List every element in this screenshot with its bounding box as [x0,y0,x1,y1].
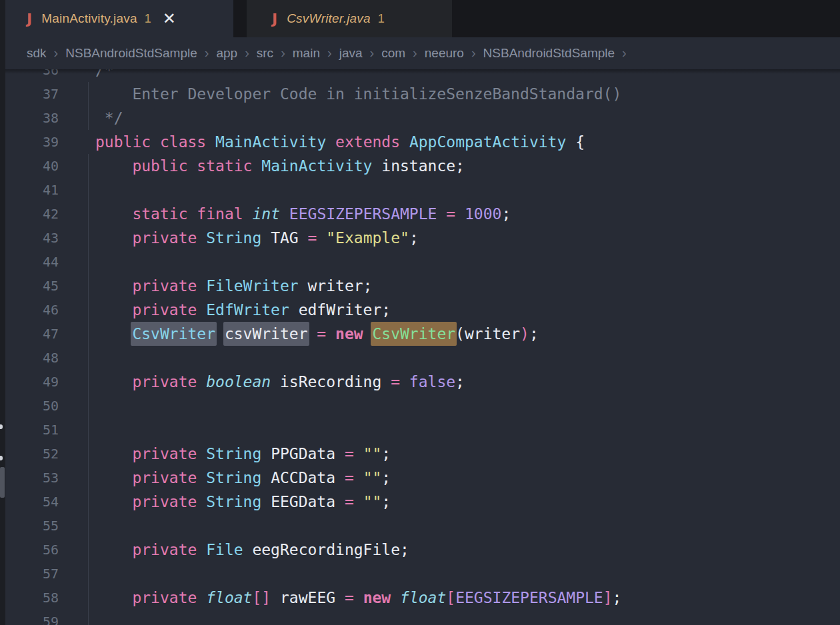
java-file-icon: J [272,11,277,27]
line-number: 58 [5,590,59,606]
code-token: public [95,133,151,151]
code-token [455,205,465,223]
editor-tab-bar: JMainActivity.java1✕JCsvWriter.java1 [5,0,840,37]
tab-csvwriter-java[interactable]: JCsvWriter.java1 [247,0,452,37]
line-number: 50 [5,398,59,414]
breadcrumb-item-java[interactable]: java [339,46,363,61]
code-token: = [345,445,354,462]
code-token: = [345,469,354,486]
code-token [197,445,206,462]
code-token: final [197,205,243,223]
code-token: String [206,493,261,510]
scrollbar-thumb[interactable] [0,467,5,498]
line-number: 42 [5,206,59,222]
code-text: CsvWriter csvWriter = new CsvWriter(writ… [95,325,539,342]
code-token [308,325,317,342]
code-line[interactable]: 53 private String ACCData = ""; [5,466,840,490]
code-token: private [132,469,197,486]
breadcrumb-item-src[interactable]: src [257,46,273,61]
line-number: 55 [5,518,59,534]
code-line[interactable]: 59 [5,610,840,625]
code-token: AppCompatActivity [409,133,566,151]
indent-guide [88,442,89,466]
breadcrumb-item-neeuro[interactable]: neeuro [425,46,464,61]
code-token: int [252,205,280,223]
code-text: private float[] rawEEG = new float[EEGSI… [95,589,621,606]
code-token: static [132,205,187,223]
code-line[interactable]: 47 CsvWriter csvWriter = new CsvWriter(w… [5,322,840,346]
code-token: = [308,229,317,247]
close-icon[interactable]: ✕ [161,10,178,27]
code-token: "Example" [326,229,409,247]
tab-label: MainActivity.java [41,11,137,26]
indent-guide [88,562,89,586]
breadcrumb-item-main[interactable]: main [293,46,320,61]
code-token: extends [335,133,400,151]
code-token [95,469,132,486]
code-line[interactable]: 54 private String EEGData = ""; [5,490,840,514]
code-token [95,157,132,175]
code-line[interactable]: 55 [5,514,840,538]
code-line[interactable]: 43 private String TAG = "Example"; [5,226,840,250]
code-line[interactable]: 42 static final int EEGSIZEPERSAMPLE = 1… [5,202,840,226]
breadcrumb-item-nsbandroidstdsample[interactable]: NSBAndroidStdSample [483,46,615,61]
line-number: 43 [5,230,59,246]
code-line[interactable]: 52 private String PPGData = ""; [5,442,840,466]
line-number: 57 [5,566,59,582]
code-line[interactable]: 45 private FileWriter writer; [5,274,840,298]
line-number: 41 [5,182,59,198]
chevron-right-icon: › [370,45,375,61]
breadcrumb-item-com[interactable]: com [381,46,405,61]
code-line[interactable]: 58 private float[] rawEEG = new float[EE… [5,586,840,610]
code-token: MainActivity [261,157,372,175]
code-token: private [132,301,197,318]
indent-guide [88,490,89,514]
indent-guide [88,610,89,625]
code-token: 1000 [465,205,501,223]
code-token: EEGData [261,493,345,510]
line-number: 47 [5,326,59,342]
code-line[interactable]: 50 [5,394,840,418]
code-token [151,133,160,151]
code-token [197,589,206,606]
code-token: instance; [372,157,464,175]
code-editor[interactable]: 36/*37 Enter Developer Code in initializ… [5,58,840,625]
code-token: edfWriter; [289,301,391,318]
code-line[interactable]: 48 [5,346,840,370]
indent-guide [88,586,89,610]
code-line[interactable]: 37 Enter Developer Code in initializeSen… [5,82,840,106]
code-token: false [409,373,455,390]
code-line[interactable]: 39public class MainActivity extends AppC… [5,130,840,154]
code-token [95,325,132,342]
breadcrumb-item-sdk[interactable]: sdk [27,46,47,61]
code-token [280,205,289,223]
code-token: = [317,325,326,342]
code-token: EEGSIZEPERSAMPLE [455,589,603,606]
code-line[interactable]: 51 [5,418,840,442]
code-token: new [335,325,363,342]
code-line[interactable]: 56 private File eegRecordingFile; [5,538,840,562]
breadcrumb-item-app[interactable]: app [216,46,237,61]
code-line[interactable]: 57 [5,562,840,586]
code-token [197,229,206,247]
chevron-right-icon: › [622,45,627,61]
line-number: 40 [5,158,59,174]
code-line[interactable]: 38 */ [5,106,840,130]
code-token: [] [252,589,271,606]
code-line[interactable]: 49 private boolean isRecording = false; [5,370,840,394]
code-token [400,373,409,390]
breadcrumb: sdk›NSBAndroidStdSample›app›src›main›jav… [5,37,840,69]
indent-guide [88,538,89,562]
code-token: new [363,589,391,606]
code-line[interactable]: 40 public static MainActivity instance; [5,154,840,178]
tab-mainactivity-java[interactable]: JMainActivity.java1✕ [5,0,233,37]
code-token [400,133,409,151]
breadcrumb-item-nsbandroidstdsample[interactable]: NSBAndroidStdSample [65,46,197,61]
code-text: private boolean isRecording = false; [95,373,465,390]
code-token [437,205,446,223]
chevron-right-icon: › [471,45,476,61]
code-text: private String ACCData = ""; [95,469,391,486]
code-line[interactable]: 41 [5,178,840,202]
code-line[interactable]: 44 [5,250,840,274]
code-line[interactable]: 46 private EdfWriter edfWriter; [5,298,840,322]
